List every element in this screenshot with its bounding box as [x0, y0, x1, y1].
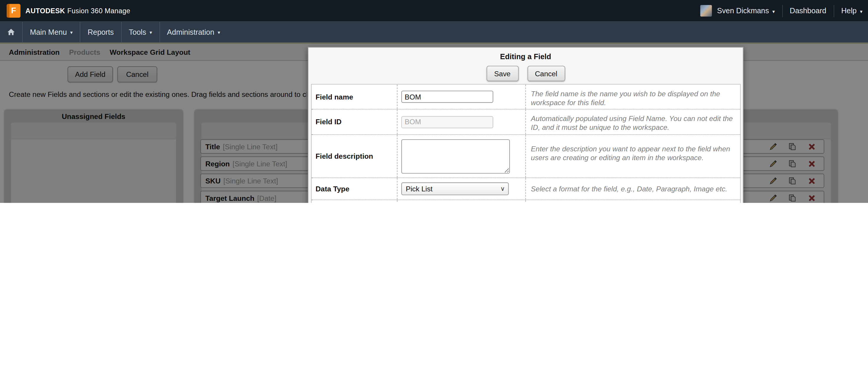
home-icon	[7, 28, 16, 36]
chevron-down-icon: ▾	[218, 30, 220, 35]
field-id-label: Field ID	[312, 109, 398, 134]
chevron-down-icon: ▾	[150, 30, 152, 35]
divider	[782, 5, 782, 17]
chevron-down-icon: ▾	[70, 30, 73, 35]
visible-on-preview-help: If checked, this field will be visible o…	[526, 200, 740, 203]
nav-tools[interactable]: Tools ▾	[121, 22, 159, 42]
field-description-row: Field description Enter the description …	[312, 135, 740, 178]
data-type-select[interactable]: Pick List ∨	[401, 182, 508, 195]
field-name-help: The field name is the name you wish to b…	[526, 84, 740, 109]
dashboard-link[interactable]: Dashboard	[790, 7, 827, 15]
user-menu[interactable]: Sven Dickmans ▾	[717, 7, 775, 15]
user-avatar[interactable]	[701, 5, 712, 16]
field-name-label: Field name	[312, 84, 398, 109]
brand-title: AUTODESKFusion 360 Manage	[25, 7, 130, 14]
data-type-help: Select a format for the field, e.g., Dat…	[526, 178, 740, 200]
nav-main-menu[interactable]: Main Menu ▾	[23, 22, 80, 42]
modal-title: Editing a Field	[308, 53, 743, 61]
field-id-input	[401, 116, 493, 128]
field-description-help: Enter the description you want to appear…	[526, 135, 740, 178]
field-name-input[interactable]	[401, 91, 493, 103]
cancel-button[interactable]: Cancel	[527, 66, 565, 81]
editing-field-modal: Editing a Field Save Cancel Field name T…	[308, 47, 744, 203]
fusion-360-logo-icon	[7, 4, 21, 18]
chevron-down-icon: ∨	[500, 185, 505, 192]
field-id-help: Automatically populated using Field Name…	[526, 109, 740, 134]
brand-autodesk: AUTODESK	[25, 7, 65, 14]
divider	[834, 5, 834, 17]
brand-product: Fusion 360 Manage	[67, 7, 130, 14]
visible-on-preview-row: Visible on preview If checked, this fiel…	[312, 200, 740, 203]
field-name-row: Field name The field name is the name yo…	[312, 84, 740, 109]
chevron-down-icon: ▾	[860, 8, 863, 14]
nav-reports[interactable]: Reports	[81, 22, 121, 42]
user-name: Sven Dickmans	[717, 7, 769, 15]
field-settings-table: Field name The field name is the name yo…	[311, 84, 741, 203]
help-menu[interactable]: Help ▾	[841, 7, 862, 15]
visible-on-preview-label: Visible on preview	[312, 200, 398, 203]
field-description-textarea[interactable]	[401, 139, 510, 173]
main-nav: Main Menu ▾ Reports Tools ▾ Administrati…	[0, 22, 868, 42]
app-window: AUTODESKFusion 360 Manage Sven Dickmans …	[0, 0, 868, 203]
save-button[interactable]: Save	[486, 66, 518, 81]
top-bar: AUTODESKFusion 360 Manage Sven Dickmans …	[0, 0, 868, 22]
data-type-label: Data Type	[312, 178, 398, 200]
data-type-row: Data Type Pick List ∨ Select a format fo…	[312, 178, 740, 200]
home-button[interactable]	[0, 22, 22, 42]
field-description-label: Field description	[312, 135, 398, 178]
chevron-down-icon: ▾	[772, 8, 775, 14]
nav-administration[interactable]: Administration ▾	[160, 22, 227, 42]
field-id-row: Field ID Automatically populated using F…	[312, 109, 740, 135]
